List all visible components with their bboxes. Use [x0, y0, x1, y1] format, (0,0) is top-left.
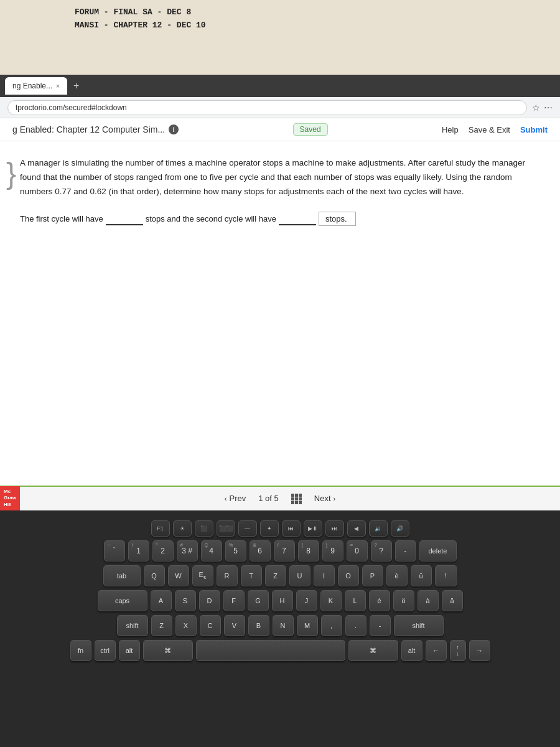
qwerty-row: tab Q W E€ R T Z U I O P è ü !: [103, 565, 457, 586]
key-j[interactable]: J: [296, 590, 317, 611]
key-slash[interactable]: -: [370, 615, 391, 636]
key-alt-right[interactable]: alt: [401, 640, 422, 661]
key-a[interactable]: A: [151, 590, 172, 611]
key-f11[interactable]: 🔉: [369, 520, 388, 537]
key-alt-left[interactable]: alt: [119, 640, 140, 661]
key-p[interactable]: P: [362, 565, 383, 586]
more-options-button[interactable]: ⋯: [544, 103, 553, 113]
key-r[interactable]: R: [217, 565, 238, 586]
key-z[interactable]: Z: [151, 615, 172, 636]
key-f3[interactable]: ⬛: [195, 520, 213, 537]
key-left-arrow[interactable]: ←: [426, 640, 447, 661]
key-f2[interactable]: ☀: [173, 520, 192, 537]
number-key-row: ~` !1 "2 #3 # Ç4 %5 &6 /7 (8 )9 =0 ?? - …: [104, 540, 457, 561]
key-f9[interactable]: ⏭: [325, 520, 344, 537]
key-shift-right[interactable]: shift: [394, 615, 444, 636]
key-f4[interactable]: ⬛⬛: [217, 520, 235, 537]
next-button[interactable]: Next ›: [314, 494, 335, 503]
key-m[interactable]: M: [297, 615, 318, 636]
second-cycle-input[interactable]: [279, 212, 316, 225]
key-b[interactable]: B: [248, 615, 269, 636]
key-8[interactable]: (8: [298, 540, 319, 561]
new-tab-button[interactable]: +: [70, 79, 83, 93]
key-f1[interactable]: F1: [151, 520, 170, 537]
key-f12[interactable]: 🔊: [391, 520, 409, 537]
key-right-arrow[interactable]: →: [469, 640, 490, 661]
key-x[interactable]: X: [175, 615, 197, 636]
active-tab[interactable]: ng Enable... ×: [5, 77, 67, 95]
key-up-arrow[interactable]: ↑↓: [450, 640, 466, 661]
key-5[interactable]: %5: [225, 540, 246, 561]
key-n[interactable]: N: [273, 615, 294, 636]
key-f5[interactable]: —: [238, 520, 257, 537]
key-tab[interactable]: tab: [103, 565, 141, 586]
key-comma[interactable]: ,: [321, 615, 342, 636]
notebook-area: FORUM - FINAL SA - DEC 8 MANSI - CHAPTER…: [0, 0, 560, 75]
key-4[interactable]: Ç4: [201, 540, 222, 561]
key-6[interactable]: &6: [250, 540, 271, 561]
key-cmd-right[interactable]: ⌘: [348, 640, 398, 661]
key-cmd-left[interactable]: ⌘: [143, 640, 193, 661]
next-label: Next: [314, 494, 331, 503]
key-9[interactable]: )9: [322, 540, 343, 561]
key-u-umlaut[interactable]: ü: [411, 565, 432, 586]
key-t[interactable]: T: [241, 565, 262, 586]
key-fn[interactable]: fn: [70, 640, 91, 661]
saved-badge: Saved: [293, 123, 328, 136]
key-i[interactable]: I: [314, 565, 335, 586]
key-question[interactable]: ??: [371, 540, 392, 561]
key-s[interactable]: S: [175, 590, 196, 611]
key-0[interactable]: =0: [347, 540, 368, 561]
key-w[interactable]: W: [168, 565, 189, 586]
key-k[interactable]: K: [320, 590, 342, 611]
tab-close-button[interactable]: ×: [56, 83, 60, 90]
key-delete[interactable]: delete: [419, 540, 457, 561]
question-body: A manager is simulating the number of ti…: [20, 156, 540, 199]
key-o[interactable]: O: [338, 565, 359, 586]
key-a-accent[interactable]: à: [418, 590, 439, 611]
key-7[interactable]: /7: [274, 540, 295, 561]
key-f10[interactable]: ◀: [347, 520, 366, 537]
key-period[interactable]: .: [345, 615, 366, 636]
info-icon[interactable]: i: [169, 125, 179, 134]
key-e-accent2[interactable]: é: [369, 590, 390, 611]
key-h[interactable]: H: [272, 590, 293, 611]
key-ctrl[interactable]: ctrl: [95, 640, 116, 661]
key-e[interactable]: E€: [192, 565, 213, 586]
grid-view-icon[interactable]: [291, 493, 302, 504]
fn-key-row: F1 ☀ ⬛ ⬛⬛ — ✦ ⏮ ▶⏸ ⏭ ◀ 🔉 🔊: [151, 520, 409, 537]
address-input[interactable]: [7, 100, 527, 115]
key-f6[interactable]: ✦: [260, 520, 279, 537]
key-o-accent[interactable]: ö: [393, 590, 414, 611]
key-misc[interactable]: ä: [442, 590, 463, 611]
key-enter-top[interactable]: !: [435, 565, 457, 586]
help-button[interactable]: Help: [442, 125, 459, 134]
submit-button[interactable]: Submit: [520, 125, 548, 134]
first-cycle-input[interactable]: [106, 212, 143, 225]
key-v[interactable]: V: [224, 615, 245, 636]
key-f[interactable]: F: [223, 590, 245, 611]
key-u[interactable]: U: [289, 565, 310, 586]
key-l[interactable]: L: [345, 590, 366, 611]
key-f8[interactable]: ▶⏸: [304, 520, 322, 537]
key-d[interactable]: D: [199, 590, 220, 611]
key-q[interactable]: Q: [144, 565, 165, 586]
bookmark-button[interactable]: ☆: [532, 103, 540, 113]
page-indicator: 1 of 5: [258, 494, 279, 503]
prev-button[interactable]: ‹ Prev: [225, 494, 246, 503]
key-backtick[interactable]: ~`: [104, 540, 125, 561]
key-1[interactable]: !1: [128, 540, 149, 561]
key-space[interactable]: [196, 640, 345, 661]
key-2[interactable]: "2: [152, 540, 174, 561]
key-c[interactable]: C: [200, 615, 221, 636]
key-caps[interactable]: caps: [98, 590, 147, 611]
key-3[interactable]: #3 #: [177, 540, 198, 561]
key-g[interactable]: G: [248, 590, 269, 611]
save-exit-button[interactable]: Save & Exit: [469, 125, 510, 134]
key-shift-left[interactable]: shift: [117, 615, 148, 636]
key-f7[interactable]: ⏮: [282, 520, 301, 537]
key-e-accent[interactable]: è: [386, 565, 408, 586]
key-y[interactable]: Z: [265, 565, 286, 586]
content-area: g Enabled: Chapter 12 Computer Sim... i …: [0, 118, 560, 510]
key-minus[interactable]: -: [395, 540, 416, 561]
